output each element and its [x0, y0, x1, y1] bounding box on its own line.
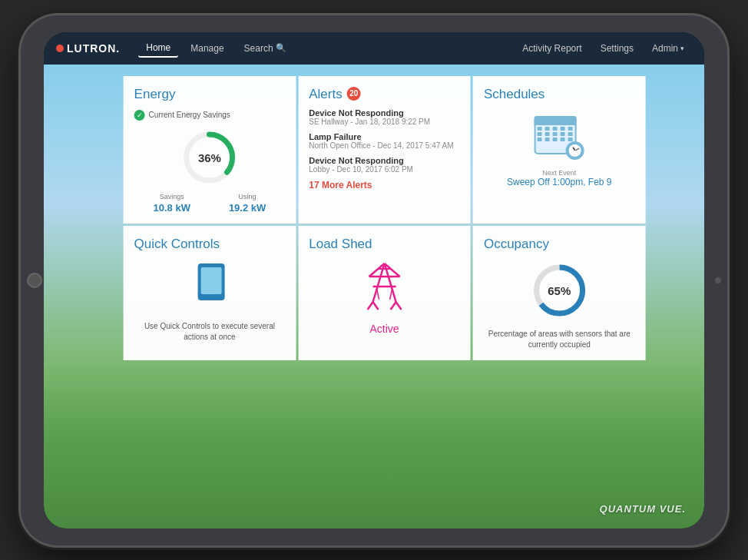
search-icon: 🔍 [276, 43, 286, 53]
quick-controls-title: Quick Controls [134, 237, 286, 252]
alert-item-2: Lamp Failure North Open Office - Dec 14,… [309, 132, 460, 150]
check-icon: ✓ [134, 110, 145, 121]
using-stat: Using 19.2 kW [229, 193, 266, 214]
nav-home[interactable]: Home [138, 39, 178, 58]
alert3-title: Device Not Responding [309, 156, 460, 165]
brand-name: LUTRON. [67, 42, 120, 55]
svg-rect-3 [201, 267, 222, 294]
calendar-icon [535, 110, 584, 160]
alert2-title: Lamp Failure [309, 132, 460, 141]
svg-line-16 [390, 289, 392, 300]
clock-face [569, 144, 581, 157]
svg-line-11 [368, 302, 373, 310]
nav-manage[interactable]: Manage [183, 40, 231, 57]
calendar-grid [538, 127, 574, 141]
schedules-title: Schedules [484, 87, 635, 102]
cards-grid: Energy ✓ Current Energy Savings 36% [124, 76, 646, 360]
next-event-label: Next Event [484, 169, 635, 177]
energy-card[interactable]: Energy ✓ Current Energy Savings 36% [124, 76, 296, 224]
chevron-down-icon: ▾ [680, 45, 684, 52]
schedules-card[interactable]: Schedules [473, 76, 646, 224]
svg-line-15 [377, 289, 379, 300]
event-time: 1:00pm, Feb 9 [552, 177, 611, 187]
quick-controls-desc: Use Quick Controls to execute several ac… [134, 321, 286, 343]
occupancy-title: Occupancy [484, 237, 635, 252]
alerts-title-row: Alerts 20 [309, 87, 460, 102]
energy-title: Energy [134, 87, 286, 102]
alert2-sub: North Open Office - Dec 14, 2017 5:47 AM [309, 141, 460, 150]
quick-controls-icon-area: 👆 [134, 260, 286, 313]
camera-dot [715, 277, 721, 283]
watermark: QUANTUM VUE. [600, 503, 686, 515]
power-tower-icon [362, 260, 408, 313]
load-shed-icon-area [309, 260, 460, 313]
nav-search[interactable]: Search 🔍 [237, 40, 294, 57]
svg-line-14 [396, 302, 402, 310]
clock-minute-hand [575, 147, 580, 151]
energy-savings-row: ✓ Current Energy Savings [134, 110, 286, 121]
alerts-title: Alerts [309, 87, 342, 102]
nav-admin[interactable]: Admin ▾ [644, 40, 692, 57]
savings-stat: Savings 10.8 kW [154, 193, 190, 214]
content-area: Energy ✓ Current Energy Savings 36% [44, 65, 704, 529]
quick-controls-illustration: 👆 [179, 260, 240, 313]
load-shed-title: Load Shed [309, 237, 460, 252]
svg-line-12 [373, 302, 379, 310]
energy-percent: 36% [198, 151, 221, 164]
quick-controls-card[interactable]: Quick Controls 👆 Use Quick Contr [124, 226, 296, 360]
nav-settings[interactable]: Settings [593, 40, 641, 57]
alerts-badge: 20 [347, 87, 361, 101]
savings-value: 10.8 kW [154, 202, 190, 214]
alert-item-3: Device Not Responding Lobby - Dec 10, 20… [309, 156, 460, 174]
tablet-device: LUTRON. Home Manage Search 🔍 Activity Re… [21, 15, 727, 545]
occupancy-desc: Percentage of areas with sensors that ar… [484, 329, 635, 350]
alerts-card[interactable]: Alerts 20 Device Not Responding SE Hallw… [298, 76, 471, 224]
alert3-sub: Lobby - Dec 10, 2017 6:02 PM [309, 165, 460, 174]
energy-donut: 36% [134, 127, 286, 188]
load-shed-status: Active [309, 323, 460, 335]
load-shed-card[interactable]: Load Shed [298, 226, 471, 360]
clock-badge [566, 141, 584, 160]
energy-savings-label: Current Energy Savings [149, 111, 230, 119]
more-alerts-link[interactable]: 17 More Alerts [309, 180, 460, 191]
occupancy-card[interactable]: Occupancy 65% Percentage of areas with s… [473, 226, 646, 360]
navbar: LUTRON. Home Manage Search 🔍 Activity Re… [44, 32, 704, 65]
schedule-event: Sweep Off 1:00pm, Feb 9 [484, 177, 635, 187]
occupancy-percent: 65% [548, 283, 571, 297]
nav-right: Activity Report Settings Admin ▾ [515, 40, 692, 57]
svg-line-13 [391, 302, 396, 310]
using-value: 19.2 kW [229, 202, 266, 214]
nav-left: Home Manage Search 🔍 [138, 39, 293, 58]
calendar-header [535, 116, 577, 125]
occupancy-donut: 65% [484, 260, 635, 321]
event-name: Sweep Off [507, 177, 550, 187]
app-screen: LUTRON. Home Manage Search 🔍 Activity Re… [44, 32, 704, 529]
savings-label: Savings [154, 193, 190, 200]
alert1-title: Device Not Responding [309, 108, 460, 118]
using-label: Using [229, 193, 266, 200]
home-button[interactable] [27, 273, 42, 288]
nav-activity-report[interactable]: Activity Report [515, 40, 589, 57]
logo-dot [56, 45, 64, 52]
schedules-icon-area [484, 110, 635, 160]
alert1-sub: SE Hallway - Jan 18, 2018 9:22 PM [309, 118, 460, 126]
brand-logo[interactable]: LUTRON. [56, 42, 120, 55]
tablet-screen: LUTRON. Home Manage Search 🔍 Activity Re… [44, 32, 704, 529]
alert-item-1: Device Not Responding SE Hallway - Jan 1… [309, 108, 460, 126]
energy-stats: Savings 10.8 kW Using 19.2 kW [134, 193, 286, 214]
